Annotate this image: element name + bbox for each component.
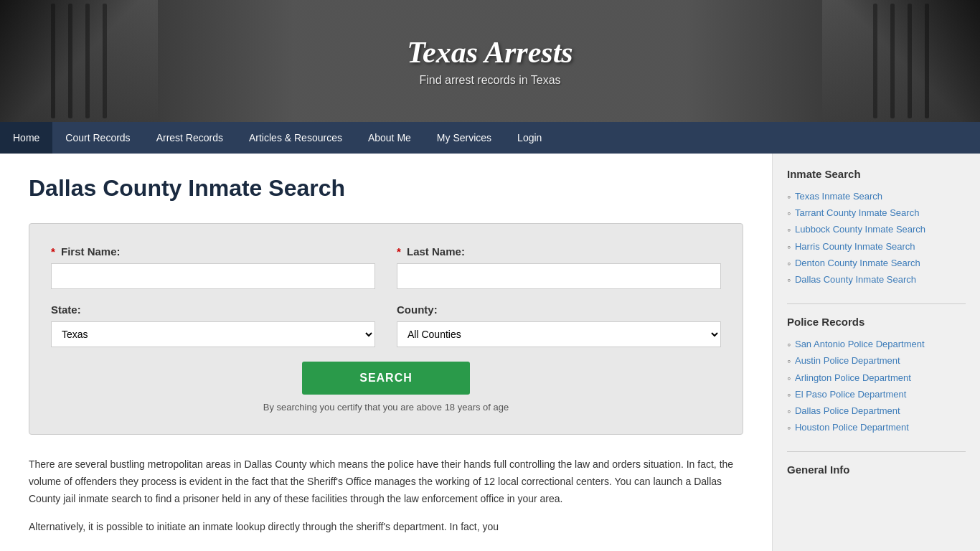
- last-name-label-text: Last Name:: [407, 245, 465, 258]
- list-item: Tarrant County Inmate Search: [787, 207, 966, 220]
- link-houston-pd[interactable]: Houston Police Department: [795, 421, 909, 434]
- header-text-block: Texas Arrests Find arrest records in Tex…: [407, 35, 573, 87]
- link-arlington-pd[interactable]: Arlington Police Department: [795, 372, 911, 385]
- sidebar-divider-1: [787, 303, 966, 304]
- nav-about[interactable]: About Me: [355, 122, 424, 154]
- county-select[interactable]: All Counties: [397, 321, 721, 347]
- state-select[interactable]: Texas: [51, 321, 375, 347]
- list-item: El Paso Police Department: [787, 388, 966, 401]
- page-title: Dallas County Inmate Search: [29, 175, 743, 202]
- list-item: Dallas County Inmate Search: [787, 273, 966, 286]
- body-text: There are several bustling metropolitan …: [29, 456, 743, 536]
- sidebar-inmate-search-title: Inmate Search: [787, 168, 966, 183]
- body-paragraph-1: There are several bustling metropolitan …: [29, 456, 743, 507]
- sidebar-police-records-section: Police Records San Antonio Police Depart…: [787, 316, 966, 434]
- sidebar-police-list: San Antonio Police Department Austin Pol…: [787, 338, 966, 434]
- link-lubbock-inmate[interactable]: Lubbock County Inmate Search: [795, 223, 925, 236]
- state-label: State:: [51, 303, 375, 316]
- state-group: State: Texas: [51, 303, 375, 347]
- list-item: Austin Police Department: [787, 354, 966, 367]
- list-item: Lubbock County Inmate Search: [787, 223, 966, 236]
- link-austin-pd[interactable]: Austin Police Department: [795, 354, 900, 367]
- list-item: Houston Police Department: [787, 421, 966, 434]
- link-san-antonio-pd[interactable]: San Antonio Police Department: [795, 338, 925, 351]
- first-name-input[interactable]: [51, 263, 375, 289]
- county-group: County: All Counties: [397, 303, 721, 347]
- link-elpaso-pd[interactable]: El Paso Police Department: [795, 388, 906, 401]
- sidebar-general-info-section: General Info: [787, 463, 966, 479]
- list-item: Texas Inmate Search: [787, 190, 966, 203]
- first-name-group: * First Name:: [51, 245, 375, 289]
- site-subtitle: Find arrest records in Texas: [407, 74, 573, 87]
- main-content: Dallas County Inmate Search * First Name…: [0, 154, 772, 551]
- required-star-last: *: [397, 245, 401, 258]
- first-name-label-text: First Name:: [61, 245, 121, 258]
- site-header: Texas Arrests Find arrest records in Tex…: [0, 0, 980, 122]
- link-dallas-pd[interactable]: Dallas Police Department: [795, 405, 900, 418]
- nav-arrest-records[interactable]: Arrest Records: [143, 122, 236, 154]
- last-name-input[interactable]: [397, 263, 721, 289]
- nav-services[interactable]: My Services: [424, 122, 504, 154]
- link-dallas-inmate[interactable]: Dallas County Inmate Search: [795, 273, 916, 286]
- search-button[interactable]: SEARCH: [302, 362, 470, 395]
- list-item: San Antonio Police Department: [787, 338, 966, 351]
- link-denton-inmate[interactable]: Denton County Inmate Search: [795, 257, 920, 270]
- list-item: Dallas Police Department: [787, 405, 966, 418]
- link-harris-inmate[interactable]: Harris County Inmate Search: [795, 240, 915, 253]
- sidebar-police-records-title: Police Records: [787, 316, 966, 331]
- sidebar: Inmate Search Texas Inmate Search Tarran…: [772, 154, 980, 551]
- search-note: By searching you certify that you are ab…: [263, 402, 509, 413]
- sidebar-general-info-title: General Info: [787, 463, 966, 479]
- last-name-group: * Last Name:: [397, 245, 721, 289]
- link-tarrant-inmate[interactable]: Tarrant County Inmate Search: [795, 207, 919, 220]
- nav-home[interactable]: Home: [0, 122, 52, 154]
- location-row: State: Texas County: All Counties: [51, 303, 721, 347]
- body-paragraph-2: Alternatively, it is possible to initiat…: [29, 519, 743, 536]
- required-star-first: *: [51, 245, 55, 258]
- link-texas-inmate[interactable]: Texas Inmate Search: [795, 190, 882, 203]
- name-row: * First Name: * Last Name:: [51, 245, 721, 289]
- search-box: * First Name: * Last Name: State:: [29, 223, 743, 435]
- list-item: Arlington Police Department: [787, 372, 966, 385]
- sidebar-inmate-list: Texas Inmate Search Tarrant County Inmat…: [787, 190, 966, 286]
- first-name-label: * First Name:: [51, 245, 375, 258]
- list-item: Harris County Inmate Search: [787, 240, 966, 253]
- search-btn-row: SEARCH By searching you certify that you…: [51, 362, 721, 413]
- main-nav: Home Court Records Arrest Records Articl…: [0, 122, 980, 154]
- site-title: Texas Arrests: [407, 35, 573, 70]
- nav-court-records[interactable]: Court Records: [52, 122, 143, 154]
- sidebar-divider-2: [787, 451, 966, 452]
- nav-articles[interactable]: Articles & Resources: [236, 122, 355, 154]
- sidebar-inmate-search-section: Inmate Search Texas Inmate Search Tarran…: [787, 168, 966, 286]
- page-wrapper: Dallas County Inmate Search * First Name…: [0, 154, 980, 551]
- list-item: Denton County Inmate Search: [787, 257, 966, 270]
- nav-login[interactable]: Login: [504, 122, 555, 154]
- county-label: County:: [397, 303, 721, 316]
- last-name-label: * Last Name:: [397, 245, 721, 258]
